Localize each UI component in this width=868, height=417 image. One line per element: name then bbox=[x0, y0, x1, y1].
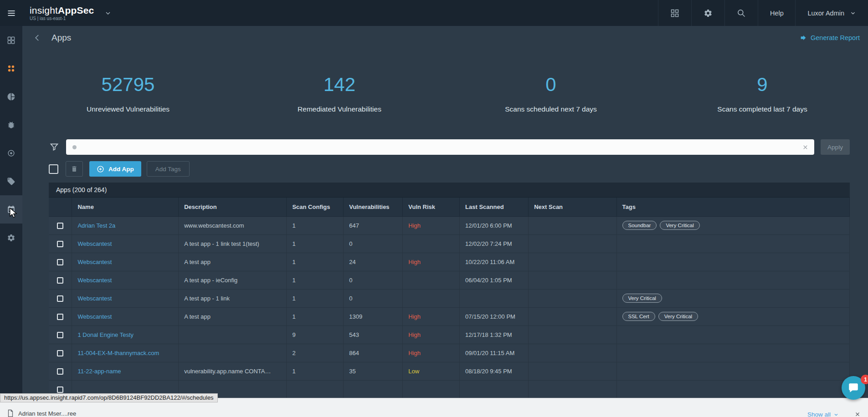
sidebar-item-coverage[interactable] bbox=[0, 82, 22, 111]
app-name-link[interactable]: 11-004-EX-M-thannymack.com bbox=[72, 344, 179, 362]
row-checkbox[interactable] bbox=[57, 241, 63, 247]
app-vuln-risk: High bbox=[403, 307, 460, 325]
gear-icon[interactable] bbox=[691, 0, 724, 26]
status-url-tooltip: https://us.appsec.insight.rapid7.com/op/… bbox=[0, 393, 218, 402]
clear-search-icon[interactable] bbox=[802, 144, 809, 151]
column-header-description[interactable]: Description bbox=[179, 198, 287, 216]
row-checkbox[interactable] bbox=[57, 223, 63, 229]
app-scan-configs: 1 bbox=[287, 234, 344, 253]
app-name-link[interactable]: 1 Donal Engine Testy bbox=[72, 325, 179, 344]
app-name-link[interactable]: Webscantest bbox=[72, 253, 179, 271]
generate-report-button[interactable]: Generate Report bbox=[800, 34, 860, 41]
column-header-name[interactable]: Name bbox=[72, 198, 179, 216]
app-vulnerabilities: 24 bbox=[344, 253, 403, 271]
app-vuln-risk bbox=[403, 380, 460, 398]
file-icon bbox=[6, 409, 15, 417]
settings-icon bbox=[7, 234, 15, 242]
column-header-tags[interactable]: Tags bbox=[616, 198, 850, 216]
stat-label: Remediated Vulnerabilities bbox=[234, 105, 445, 113]
row-checkbox-cell bbox=[49, 234, 72, 253]
apply-button[interactable]: Apply bbox=[821, 139, 850, 155]
delete-button[interactable] bbox=[66, 161, 83, 177]
row-checkbox[interactable] bbox=[57, 350, 63, 356]
sidebar-item-tags[interactable] bbox=[0, 167, 22, 195]
app-last-scanned: 07/15/20 12:00 PM bbox=[460, 307, 529, 325]
sidebar-item-schedules[interactable] bbox=[0, 195, 22, 224]
app-next-scan bbox=[529, 216, 616, 234]
app-name-link[interactable]: Adrian Test 2a bbox=[72, 216, 179, 234]
top-navbar: insightAppSec US | ias us-east-1 Help Lu… bbox=[0, 0, 868, 26]
stat-value: 52795 bbox=[22, 74, 234, 95]
column-header-scan-configs[interactable]: Scan Configs bbox=[287, 198, 344, 216]
add-tags-button[interactable]: Add Tags bbox=[147, 161, 190, 177]
chat-widget-button[interactable]: 1 bbox=[842, 376, 865, 400]
row-checkbox[interactable] bbox=[57, 314, 63, 320]
app-name-link[interactable]: Webscantest bbox=[72, 307, 179, 325]
close-downloads-icon[interactable] bbox=[854, 411, 861, 417]
row-checkbox[interactable] bbox=[57, 386, 63, 393]
back-chevron-icon[interactable] bbox=[33, 34, 41, 42]
app-description: vulnerability.app.name CONTA… bbox=[179, 362, 287, 380]
bug-icon bbox=[7, 121, 15, 129]
apps-table-panel: Apps (200 of 264) Name Description Scan … bbox=[49, 183, 850, 399]
sidebar-item-settings[interactable] bbox=[0, 224, 22, 252]
user-menu[interactable]: Luxor Admin bbox=[795, 0, 868, 26]
help-link[interactable]: Help bbox=[758, 0, 795, 26]
app-scan-configs: 1 bbox=[287, 362, 344, 380]
column-header-last-scanned[interactable]: Last Scanned bbox=[460, 198, 529, 216]
show-all-label: Show all bbox=[807, 411, 831, 417]
app-tags bbox=[616, 253, 850, 271]
filter-chip-dot bbox=[72, 145, 77, 149]
brand-chevron-icon[interactable] bbox=[104, 10, 112, 17]
download-item[interactable]: Adrian test Mser....ree bbox=[6, 409, 76, 417]
filter-search-input[interactable] bbox=[80, 139, 796, 155]
row-checkbox[interactable] bbox=[57, 332, 63, 338]
table-row: Webscantest A test app 1 1309 High 07/15… bbox=[49, 307, 850, 325]
app-name-link[interactable]: 11-22-app-name bbox=[72, 362, 179, 380]
app-vulnerabilities: 543 bbox=[344, 325, 403, 344]
row-checkbox[interactable] bbox=[57, 368, 63, 375]
tag-pill: SSL Cert bbox=[622, 312, 655, 321]
user-name: Luxor Admin bbox=[807, 10, 844, 17]
app-tags bbox=[616, 325, 850, 344]
select-all-checkbox[interactable] bbox=[49, 164, 58, 174]
row-checkbox[interactable] bbox=[57, 259, 63, 265]
pie-chart-icon bbox=[7, 92, 15, 101]
app-description: A test app bbox=[179, 253, 287, 271]
calendar-icon bbox=[7, 205, 15, 214]
app-name-link[interactable]: Webscantest bbox=[72, 289, 179, 307]
brand-bold: AppSec bbox=[58, 5, 94, 15]
table-row: Webscantest A test app - ieConfig 1 0 06… bbox=[49, 271, 850, 289]
app-vuln-risk: High bbox=[403, 325, 460, 344]
app-scan-configs: 1 bbox=[287, 271, 344, 289]
app-vulnerabilities: 0 bbox=[344, 289, 403, 307]
dashboard-icon bbox=[7, 36, 15, 45]
column-header-vuln-risk[interactable]: Vuln Risk bbox=[403, 198, 460, 216]
sidebar-item-vulnerabilities[interactable] bbox=[0, 111, 22, 139]
sidebar-item-scans[interactable] bbox=[0, 139, 22, 167]
row-checkbox[interactable] bbox=[57, 277, 63, 284]
app-description: A test app - 1 link bbox=[179, 289, 287, 307]
app-description bbox=[179, 344, 287, 362]
app-name-link[interactable]: Webscantest bbox=[72, 271, 179, 289]
sidebar-item-dashboard[interactable] bbox=[0, 26, 22, 54]
app-tags: SSL CertVery Critical bbox=[616, 307, 850, 325]
app-last-scanned: 08/18/20 9:45 PM bbox=[460, 362, 529, 380]
menu-icon[interactable] bbox=[0, 0, 22, 26]
row-checkbox-cell bbox=[49, 344, 72, 362]
table-row: 11-22-app-name vulnerability.app.name CO… bbox=[49, 362, 850, 380]
table-header-row: Name Description Scan Configs Vulnerabil… bbox=[49, 198, 850, 216]
column-header-next-scan[interactable]: Next Scan bbox=[529, 198, 616, 216]
sidebar-item-apps[interactable] bbox=[0, 54, 22, 82]
app-switcher-icon[interactable] bbox=[658, 0, 691, 26]
app-tags bbox=[616, 362, 850, 380]
search-icon[interactable] bbox=[724, 0, 758, 26]
row-checkbox[interactable] bbox=[57, 295, 63, 302]
table-row: Webscantest A test app - 1 link test 1(t… bbox=[49, 234, 850, 253]
app-name-link[interactable]: Webscantest bbox=[72, 234, 179, 253]
add-app-button[interactable]: Add App bbox=[89, 161, 141, 177]
column-header-vulnerabilities[interactable]: Vulnerabilities bbox=[344, 198, 403, 216]
show-all-link[interactable]: Show all bbox=[807, 411, 839, 417]
stat-value: 142 bbox=[234, 74, 445, 95]
show-all-chevron-icon bbox=[833, 412, 839, 417]
